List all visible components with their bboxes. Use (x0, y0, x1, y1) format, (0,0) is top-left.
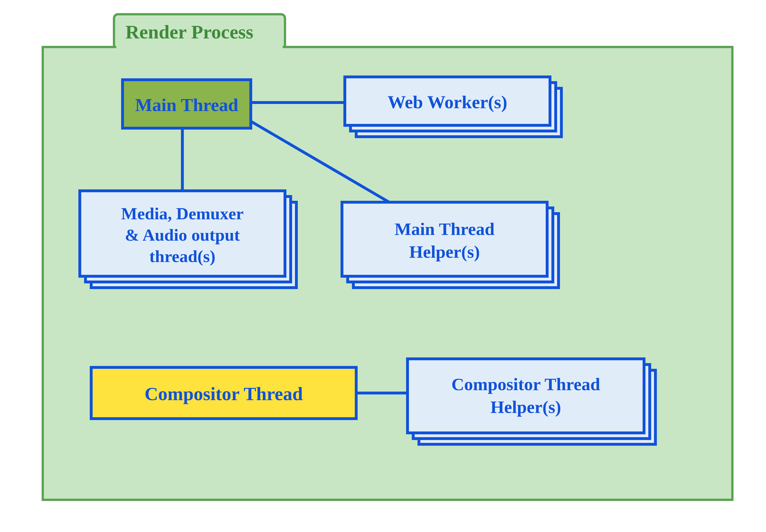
node-web-workers: Web Worker(s) (345, 77, 561, 137)
label-main-helper-line2: Helper(s) (409, 242, 480, 262)
node-main-thread: Main Thread (122, 80, 251, 128)
label-media-line2: & Audio output (125, 226, 240, 244)
label-compositor-helper-line1: Compositor Thread (452, 375, 600, 394)
container-title: Render Process (125, 21, 253, 43)
node-compositor-helpers: Compositor Thread Helper(s) (408, 359, 655, 444)
node-media-threads: Media, Demuxer & Audio output thread(s) (80, 191, 296, 288)
label-media-line1: Media, Demuxer (121, 204, 244, 223)
svg-rect-14 (408, 359, 644, 433)
svg-rect-0 (116, 45, 283, 50)
label-compositor-helper-line2: Helper(s) (491, 397, 561, 417)
label-web-workers: Web Worker(s) (388, 92, 507, 112)
svg-rect-10 (342, 202, 547, 276)
node-main-thread-helpers: Main Thread Helper(s) (342, 202, 559, 288)
label-main-thread: Main Thread (135, 95, 238, 115)
label-media-line3: thread(s) (149, 247, 215, 266)
label-main-helper-line1: Main Thread (395, 219, 495, 239)
render-process-diagram: Render Process Main Thread Web Worker(s) (0, 0, 766, 532)
label-compositor-thread: Compositor Thread (144, 383, 303, 404)
node-compositor-thread: Compositor Thread (91, 367, 356, 419)
